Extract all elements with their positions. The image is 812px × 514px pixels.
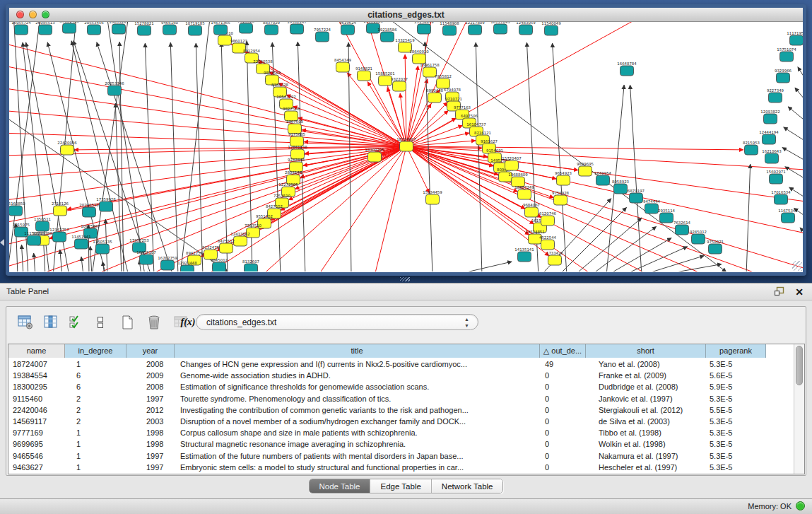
new-table-icon[interactable]	[118, 313, 136, 332]
graph-node[interactable]: 19218586	[377, 28, 397, 42]
table-row[interactable]: 1830029562008Estimation of significance …	[8, 381, 766, 392]
graph-node[interactable]: 9756928	[552, 191, 570, 205]
graph-node[interactable]: 16958107	[136, 250, 155, 264]
table-row[interactable]: 1938455462009Genome-wide association stu…	[8, 370, 766, 381]
graph-node[interactable]: 10737093	[490, 22, 510, 34]
network-window-titlebar[interactable]: citations_edges.txt	[9, 8, 803, 22]
graph-node[interactable]: 18640910	[409, 49, 429, 64]
table-row[interactable]: 2242004622012Investigating the contribut…	[8, 404, 766, 416]
graph-node[interactable]: 6879197	[628, 189, 645, 203]
table-row[interactable]: 911546021997Tourette syndrome. Phenomeno…	[8, 393, 766, 404]
table-row[interactable]: 1456911722003Disruption of a novel membe…	[8, 416, 766, 427]
graph-node[interactable]: 11540049	[541, 22, 561, 35]
graph-node[interactable]: 6120746	[539, 211, 557, 226]
column-edit-icon[interactable]	[42, 313, 60, 332]
stacked-cells-icon[interactable]	[91, 313, 110, 332]
graph-node[interactable]: 17359928	[96, 197, 116, 211]
graph-node[interactable]: 1733426	[546, 251, 564, 265]
column-header-short[interactable]: short	[586, 344, 706, 358]
table-row[interactable]: 969969511998Structural magnetic resonanc…	[8, 438, 766, 450]
graph-node[interactable]: 10653287	[109, 22, 128, 34]
table-header-row[interactable]: namein_degreeyeartitle△ out_de...shortpa…	[8, 344, 766, 358]
graph-node[interactable]: 11171954	[787, 31, 803, 45]
graph-node[interactable]: 7955812	[435, 74, 452, 88]
graph-node[interactable]: 12483059	[516, 22, 536, 35]
vertical-scrollbar[interactable]	[794, 344, 804, 474]
graph-node[interactable]: 16210643	[762, 149, 781, 163]
graph-node[interactable]: 15720407	[502, 156, 521, 170]
graph-node[interactable]: 15134459	[423, 190, 442, 204]
graph-node[interactable]: 4522544	[539, 235, 557, 250]
column-header-title[interactable]: title	[175, 344, 540, 358]
graph-node[interactable]: 14671365	[211, 22, 230, 35]
graph-node[interactable]: 9619624	[339, 22, 357, 35]
graph-node[interactable]: 2718126	[52, 201, 69, 216]
table-row[interactable]: 1872400712008Changes of HCN gene express…	[8, 358, 766, 370]
network-window[interactable]: citations_edges.txt 76635109860123891295…	[6, 4, 806, 276]
tab-network-table[interactable]: Network Table	[432, 479, 503, 493]
network-canvas[interactable]: 7663510986012389129542226053898275098186…	[9, 22, 803, 271]
graph-node[interactable]: 12923448	[177, 261, 197, 271]
graph-node[interactable]: 11548908	[440, 22, 459, 35]
graph-node[interactable]: 7515526	[237, 22, 255, 33]
table-row[interactable]: 946362711997Embryonic stem cells: a mode…	[8, 462, 766, 473]
graph-node[interactable]: 12217809	[465, 22, 485, 35]
table-row[interactable]: 946554611997Estimation of the future num…	[8, 450, 766, 462]
hub-node[interactable]: 18724007	[396, 137, 416, 151]
graph-node[interactable]: 11675344	[778, 209, 798, 223]
tab-edge-table[interactable]: Edge Table	[370, 479, 431, 493]
graph-node[interactable]: 26095513	[35, 22, 54, 35]
graph-node[interactable]: 21254419	[414, 22, 434, 34]
graph-node[interactable]: 16055724	[11, 22, 31, 35]
graph-node[interactable]: 17016534	[771, 190, 791, 204]
graph-node[interactable]: 12093822	[760, 110, 779, 124]
graph-node[interactable]: 1640954	[594, 171, 612, 185]
graph-node[interactable]: 8958923	[612, 180, 629, 194]
graph-node[interactable]: 15278021	[134, 22, 153, 35]
panel-collapse-handle[interactable]	[0, 239, 4, 246]
graph-node[interactable]: 13505135	[93, 240, 112, 254]
graph-node[interactable]: 9899695	[577, 162, 594, 176]
column-header-in_degree[interactable]: in_degree	[65, 344, 126, 358]
graph-node[interactable]: 10719185	[185, 22, 204, 35]
close-panel-icon[interactable]: ✕	[795, 287, 804, 297]
graph-node[interactable]: 37691406	[59, 22, 79, 33]
citation-nodes[interactable]: 7663510986012389129542226053898275098186…	[9, 22, 803, 271]
graph-node[interactable]: 8215953	[743, 141, 760, 155]
graph-node[interactable]: 9845012	[211, 258, 228, 271]
graph-node[interactable]: 9750021	[707, 240, 724, 254]
graph-node[interactable]: 20553456	[84, 22, 104, 35]
graph-node[interactable]: 25160850	[9, 201, 25, 216]
graph-node[interactable]: 12342757	[49, 228, 69, 242]
graph-node[interactable]: 8454749	[334, 58, 352, 72]
select-rows-icon[interactable]	[67, 313, 86, 332]
graph-node[interactable]: 9148821	[355, 66, 372, 81]
graph-node[interactable]: 1350511	[34, 217, 51, 231]
graph-node[interactable]: 9322037	[391, 77, 408, 91]
graph-node[interactable]: 8990448	[426, 88, 444, 103]
function-builder-icon[interactable]: f(x)	[179, 313, 197, 332]
window-resize-grip[interactable]	[792, 261, 802, 271]
graph-node[interactable]: 18807249	[514, 185, 534, 199]
graph-node[interactable]: 8132607	[242, 259, 259, 271]
graph-node[interactable]: 18300295	[365, 148, 384, 162]
graph-node[interactable]: 9654923	[555, 171, 572, 185]
column-header-name[interactable]: name	[8, 344, 65, 358]
float-panel-icon[interactable]	[774, 286, 785, 297]
graph-node[interactable]: 12444194	[759, 130, 779, 144]
table-row[interactable]: 977716911998Corpus callosum shape and si…	[8, 427, 766, 438]
graph-node[interactable]: 7957224	[314, 28, 331, 42]
graph-node[interactable]: 16648784	[617, 62, 637, 76]
graph-node[interactable]: 9245012	[690, 230, 707, 244]
tab-node-table[interactable]: Node Table	[310, 479, 371, 493]
scrollbar-thumb[interactable]	[796, 346, 803, 385]
column-header-out_degree[interactable]: △ out_de...	[540, 344, 586, 358]
graph-node[interactable]: 9227349	[767, 88, 784, 103]
graph-node[interactable]: 14135141	[514, 247, 534, 262]
graph-node[interactable]: 9466160	[161, 22, 179, 35]
graph-node[interactable]: 9329966	[775, 69, 792, 83]
column-header-pagerank[interactable]: pagerank	[706, 344, 766, 358]
network-graph[interactable]: 7663510986012389129542226053898275098186…	[9, 22, 803, 271]
graph-node[interactable]: 11451941	[71, 235, 90, 249]
table-selector-dropdown[interactable]: citations_edges.txt ▲▼	[196, 314, 478, 330]
